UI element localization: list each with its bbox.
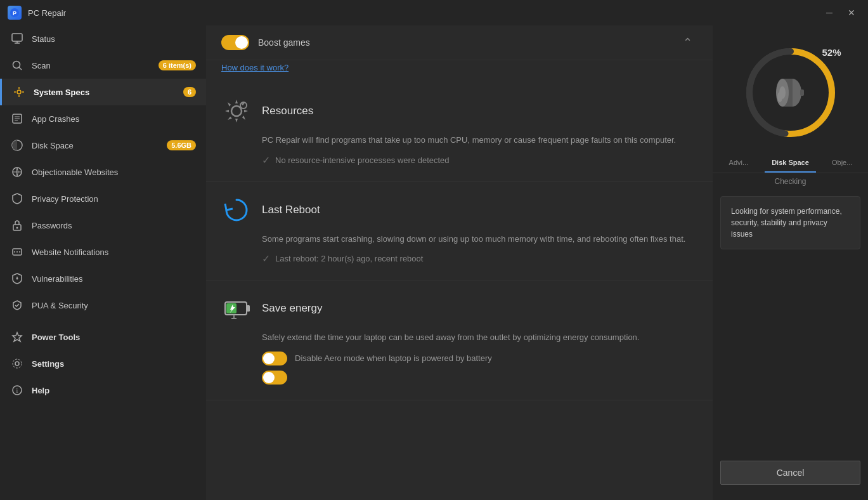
sidebar-item-objectionable-websites[interactable]: Objectionable Websites (0, 159, 206, 185)
save-energy-toggle-2[interactable] (262, 371, 287, 385)
tooltip-card: Looking for system performance, security… (720, 196, 860, 249)
main-layout: Status Scan 6 item(s) (0, 25, 868, 500)
resources-desc: PC Repair will find programs that take u… (221, 134, 697, 147)
svg-text:P: P (13, 10, 16, 16)
svg-rect-46 (800, 89, 804, 96)
sidebar-item-scan[interactable]: Scan 6 item(s) (0, 52, 206, 79)
sidebar-label-power-tools: Power Tools (32, 332, 196, 342)
save-energy-toggle-knob (263, 353, 275, 364)
circle-progress-container: 52% (740, 42, 841, 143)
scan-badge: 6 item(s) (159, 60, 196, 70)
svg-point-7 (17, 90, 21, 94)
disk-space-icon (10, 138, 24, 152)
power-tools-icon (10, 330, 24, 344)
svg-text:i: i (16, 387, 18, 394)
boost-toggle[interactable] (221, 35, 249, 50)
sidebar-item-disk-space[interactable]: Disk Space 5.6GB (0, 132, 206, 159)
last-reboot-status: ✓ Last reboot: 2 hour(s) ago, recent reb… (221, 253, 697, 265)
last-reboot-icon (221, 195, 252, 225)
sidebar-item-settings[interactable]: Settings (0, 350, 206, 377)
sidebar-label-disk-space: Disk Space (32, 141, 159, 150)
panel-tab-disk-space[interactable]: Disk Space (765, 154, 817, 173)
panel-tab-advi[interactable]: Advi... (713, 154, 765, 173)
sidebar-item-privacy-protection[interactable]: Privacy Protection (0, 185, 206, 212)
svg-point-19 (16, 227, 18, 229)
panel-tabs: Advi... Disk Space Obje... (713, 154, 868, 173)
scroll-up-button[interactable]: ⌃ (678, 33, 697, 52)
last-reboot-status-text: Last reboot: 2 hour(s) ago, recent reboo… (275, 254, 423, 263)
resources-status-text: No resource-intensive processes were det… (275, 155, 450, 165)
save-energy-toggle[interactable] (262, 352, 287, 365)
app-logo: P (8, 6, 22, 20)
svg-point-22 (16, 251, 18, 253)
save-energy-toggle-row: Disable Aero mode when laptop is powered… (221, 352, 697, 365)
svg-point-27 (13, 359, 22, 368)
circle-inner (768, 70, 813, 115)
last-reboot-card: Last Reboot Some programs start crashing… (206, 182, 713, 281)
sidebar-item-power-tools[interactable]: Power Tools (0, 324, 206, 350)
save-energy-toggle-label: Disable Aero mode when laptop is powered… (295, 353, 492, 363)
save-energy-title: Save energy (262, 302, 322, 315)
svg-point-26 (15, 362, 19, 365)
boost-bar: Boost games ⌃ (206, 25, 713, 60)
svg-point-21 (14, 251, 15, 253)
boost-label: Boost games (258, 37, 310, 48)
sidebar-item-status[interactable]: Status (0, 25, 206, 52)
cancel-btn-container: Cancel (720, 461, 860, 485)
sidebar-label-passwords: Passwords (32, 221, 196, 230)
cancel-button[interactable]: Cancel (720, 461, 860, 485)
vulnerabilities-icon (10, 272, 24, 286)
svg-line-6 (19, 67, 22, 70)
sidebar-label-system-specs: System Specs (34, 88, 176, 97)
system-specs-badge: 6 (183, 87, 196, 97)
svg-point-5 (13, 62, 20, 69)
system-specs-icon (12, 85, 26, 99)
app-title: PC Repair (28, 8, 66, 18)
privacy-protection-icon (10, 192, 24, 206)
website-notifications-icon (10, 245, 24, 259)
minimize-button[interactable]: ─ (821, 5, 838, 20)
title-bar: P PC Repair ─ ✕ (0, 0, 868, 25)
save-energy-icon (221, 293, 252, 324)
sidebar-label-help: Help (32, 386, 196, 395)
sidebar-label-settings: Settings (32, 359, 196, 369)
sidebar: Status Scan 6 item(s) (0, 25, 206, 500)
svg-point-23 (19, 251, 20, 253)
sidebar-item-website-notifications[interactable]: Website Notifications (0, 239, 206, 265)
last-reboot-desc: Some programs start crashing, slowing do… (221, 233, 697, 246)
sidebar-label-pua-security: PUA & Security (32, 301, 196, 310)
passwords-icon (10, 218, 24, 232)
sidebar-label-objectionable-websites: Objectionable Websites (32, 168, 196, 177)
sidebar-item-vulnerabilities[interactable]: Vulnerabilities (0, 265, 206, 292)
content-area: Boost games ⌃ How does it work? (206, 25, 713, 500)
last-reboot-title: Last Reboot (262, 204, 320, 216)
save-energy-header: Save energy (221, 293, 697, 324)
sidebar-label-website-notifications: Website Notifications (32, 247, 196, 257)
svg-rect-2 (12, 34, 22, 41)
sidebar-item-passwords[interactable]: Passwords (0, 212, 206, 239)
how-does-it-work-link[interactable]: How does it work? (221, 63, 288, 72)
how-link-container: How does it work? (206, 60, 713, 83)
svg-rect-33 (247, 305, 250, 312)
disk-icon-svg (768, 70, 813, 115)
sidebar-label-app-crashes: App Crashes (32, 114, 196, 124)
panel-tab-obje[interactable]: Obje... (816, 154, 868, 173)
resources-status: ✓ No resource-intensive processes were d… (221, 154, 697, 166)
help-icon: i (10, 383, 24, 397)
title-bar-left: P PC Repair (8, 6, 66, 20)
resources-icon (221, 96, 252, 126)
window-controls: ─ ✕ (821, 5, 860, 20)
sidebar-item-app-crashes[interactable]: App Crashes (0, 105, 206, 132)
pua-security-icon (10, 298, 24, 312)
sidebar-item-help[interactable]: i Help (0, 377, 206, 404)
sidebar-item-pua-security[interactable]: PUA & Security (0, 292, 206, 319)
close-button[interactable]: ✕ (843, 5, 860, 20)
save-energy-card: Save energy Safely extend the time your … (206, 280, 713, 400)
resources-header: Resources (221, 96, 697, 126)
last-reboot-check-icon: ✓ (262, 253, 270, 265)
sidebar-label-privacy-protection: Privacy Protection (32, 194, 196, 204)
sidebar-label-scan: Scan (32, 61, 151, 70)
right-panel: 52% (713, 25, 868, 500)
sidebar-item-system-specs[interactable]: System Specs 6 (0, 79, 206, 105)
last-reboot-header: Last Reboot (221, 195, 697, 225)
